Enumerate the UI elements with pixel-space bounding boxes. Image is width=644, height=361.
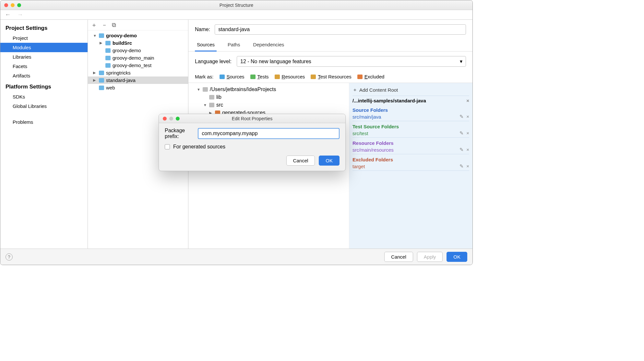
- module-groovy-demo[interactable]: ▼groovy-demo: [88, 32, 188, 39]
- sidebar-item-project[interactable]: Project: [0, 33, 88, 43]
- tab-paths[interactable]: Paths: [226, 39, 242, 51]
- caret-icon[interactable]: ▼: [93, 34, 97, 38]
- module-groovy-demo-main[interactable]: groovy-demo_main: [88, 54, 188, 62]
- content-root-path[interactable]: /...intellij-samples/standard-java: [352, 98, 426, 103]
- edit-root-icon[interactable]: ✎: [459, 163, 464, 169]
- root-item-src-main-resources[interactable]: src/main/resources✎×: [352, 146, 469, 154]
- sidebar-section-platform-settings: Platform Settings: [0, 80, 88, 92]
- sidebar-item-artifacts[interactable]: Artifacts: [0, 71, 88, 80]
- remove-root-icon[interactable]: ×: [466, 163, 469, 169]
- generated-sources-label: For generated sources: [173, 144, 225, 150]
- mark-as-tests[interactable]: Tests: [250, 74, 269, 79]
- root-section-test: Test Source Folders: [352, 121, 469, 129]
- name-label: Name:: [195, 27, 210, 32]
- minimize-window-icon[interactable]: [11, 3, 15, 7]
- src-node-src[interactable]: ▼src: [192, 101, 346, 109]
- sidebar-item-libraries[interactable]: Libraries: [0, 52, 88, 62]
- sidebar: Project Settings ProjectModulesLibraries…: [0, 20, 88, 249]
- remove-root-icon[interactable]: ×: [466, 130, 469, 136]
- content-roots-panel: ＋Add Content Root /...intellij-samples/s…: [349, 83, 472, 249]
- root-item-target[interactable]: target✎×: [352, 162, 469, 171]
- module-buildsrc[interactable]: ▶buildSrc: [88, 39, 188, 47]
- edit-root-icon[interactable]: ✎: [459, 130, 464, 136]
- help-icon[interactable]: ?: [6, 253, 13, 261]
- mark-as-folder-icon: [250, 75, 256, 79]
- sidebar-item-problems[interactable]: Problems: [0, 117, 88, 127]
- cancel-button[interactable]: Cancel: [384, 252, 413, 262]
- module-label: web: [106, 85, 115, 90]
- sidebar-item-global-libraries[interactable]: Global Libraries: [0, 101, 88, 111]
- dialog-button-bar: ? Cancel Apply OK: [0, 249, 472, 265]
- ok-button[interactable]: OK: [447, 252, 467, 262]
- module-label: groovy-demo_test: [113, 63, 151, 68]
- remove-root-icon[interactable]: ×: [466, 147, 469, 153]
- edit-root-icon[interactable]: ✎: [459, 147, 464, 153]
- module-standard-java[interactable]: ▶standard-java: [88, 76, 188, 84]
- module-label: standard-java: [106, 77, 136, 83]
- remove-module-icon[interactable]: －: [101, 21, 107, 29]
- window-titlebar: Project Structure: [0, 0, 472, 10]
- modal-zoom-icon[interactable]: [176, 117, 180, 121]
- root-item-src-test[interactable]: src/test✎×: [352, 129, 469, 138]
- modal-close-icon[interactable]: [163, 117, 167, 121]
- apply-button[interactable]: Apply: [417, 252, 443, 262]
- module-folder-icon: [105, 63, 111, 68]
- edit-root-icon[interactable]: ✎: [459, 114, 464, 120]
- module-groovy-demo[interactable]: groovy-demo: [88, 47, 188, 54]
- module-folder-icon: [105, 41, 111, 45]
- remove-root-icon[interactable]: ×: [466, 98, 469, 103]
- mark-as-excluded[interactable]: Excluded: [357, 74, 385, 79]
- chevron-down-icon: ▾: [460, 58, 462, 64]
- module-folder-icon: [99, 33, 104, 38]
- tab-sources[interactable]: Sources: [195, 39, 217, 52]
- mark-as-label: Mark as:: [195, 74, 214, 79]
- window-title: Project Structure: [0, 3, 472, 8]
- module-groovy-demo-test[interactable]: groovy-demo_test: [88, 62, 188, 69]
- root-section-res: Resource Folders: [352, 138, 469, 146]
- caret-down-icon[interactable]: ▼: [197, 87, 201, 91]
- package-prefix-label: Package prefix:: [165, 128, 193, 139]
- back-arrow-icon[interactable]: ←: [4, 11, 12, 18]
- sidebar-item-sdks[interactable]: SDKs: [0, 92, 88, 101]
- close-window-icon[interactable]: [4, 3, 8, 7]
- sidebar-item-modules[interactable]: Modules: [0, 43, 88, 52]
- src-node-lib[interactable]: lib: [192, 93, 346, 101]
- mark-as-resources[interactable]: Resources: [275, 74, 305, 79]
- src-node-label: src: [216, 102, 223, 108]
- copy-module-icon[interactable]: ⧉: [112, 22, 116, 29]
- sidebar-section-project-settings: Project Settings: [0, 22, 88, 33]
- root-item-src-main-java[interactable]: src/main/java✎×: [352, 113, 469, 121]
- generated-sources-checkbox[interactable]: [165, 144, 170, 149]
- mark-as-sources[interactable]: Sources: [220, 74, 244, 79]
- fwd-arrow-icon[interactable]: →: [16, 11, 24, 18]
- folder-icon: [209, 95, 214, 99]
- module-web[interactable]: web: [88, 84, 188, 91]
- language-level-select[interactable]: 12 - No new language features ▾: [237, 56, 466, 67]
- modal-ok-button[interactable]: OK: [319, 156, 340, 166]
- add-module-icon[interactable]: ＋: [91, 21, 97, 29]
- modal-cancel-button[interactable]: Cancel: [286, 156, 315, 166]
- mark-as-test-resources[interactable]: Test Resources: [311, 74, 351, 79]
- folder-icon: [203, 87, 208, 92]
- remove-root-icon[interactable]: ×: [466, 114, 469, 120]
- mark-as-folder-icon: [311, 75, 316, 79]
- tab-dependencies[interactable]: Dependencies: [251, 39, 286, 51]
- module-name-input[interactable]: [215, 24, 466, 35]
- zoom-window-icon[interactable]: [17, 3, 21, 7]
- module-label: groovy-demo: [106, 33, 137, 38]
- modal-minimize-icon: [169, 117, 173, 121]
- package-prefix-input[interactable]: [198, 128, 340, 139]
- src-node-label: lib: [216, 94, 221, 100]
- caret-icon[interactable]: ▼: [203, 103, 207, 107]
- sidebar-item-facets[interactable]: Facets: [0, 62, 88, 71]
- mark-as-folder-icon: [357, 75, 363, 79]
- module-label: groovy-demo_main: [113, 55, 154, 61]
- caret-icon[interactable]: ▶: [93, 71, 97, 75]
- caret-icon[interactable]: ▶: [100, 41, 103, 45]
- caret-icon[interactable]: ▶: [93, 78, 97, 82]
- module-folder-icon: [99, 86, 104, 90]
- add-content-root-button[interactable]: ＋Add Content Root: [352, 86, 469, 94]
- module-springtricks[interactable]: ▶springtricks: [88, 69, 188, 76]
- src-root-path[interactable]: /Users/jetbrains/IdeaProjects: [210, 87, 276, 92]
- plus-icon: ＋: [352, 87, 357, 93]
